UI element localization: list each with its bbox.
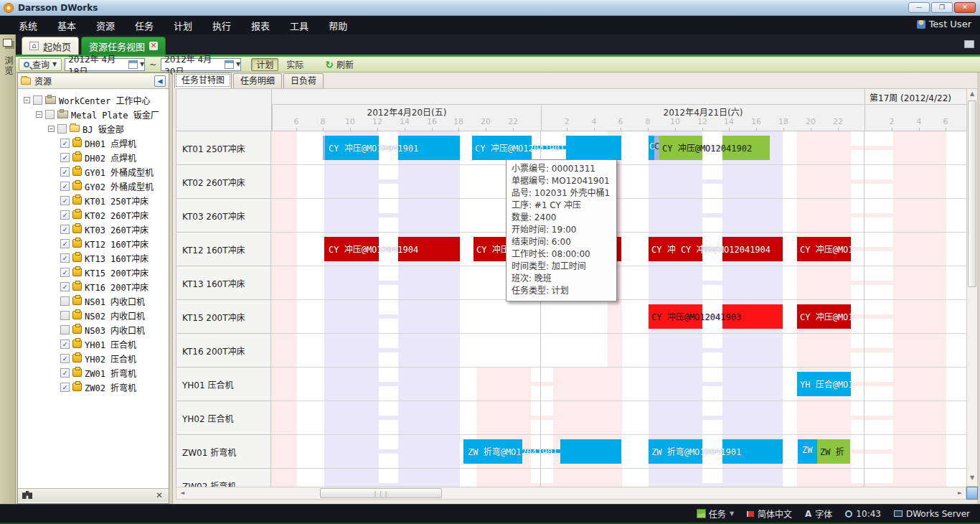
- tree-checkbox[interactable]: ✓: [60, 296, 70, 306]
- query-caret-icon[interactable]: ▼: [52, 61, 57, 67]
- tree-checkbox[interactable]: ✓: [60, 239, 70, 248]
- band-bridge: [379, 382, 398, 386]
- machine-icon: [72, 311, 82, 319]
- tree-node-17[interactable]: ✓NS03 内收口机: [18, 322, 169, 337]
- horizontal-scroll-thumb[interactable]: ❘❘❘: [320, 488, 442, 498]
- tree-checkbox[interactable]: ✓: [57, 124, 67, 134]
- hour-tick-mark: [377, 128, 378, 131]
- status-item-任务[interactable]: 任务▼: [697, 507, 734, 520]
- scroll-right-icon[interactable]: ►: [955, 489, 965, 497]
- menu-item-8[interactable]: 工具: [280, 16, 319, 35]
- hour-tick-label: 6: [937, 117, 954, 126]
- nonwork-band: [553, 368, 622, 401]
- menu-item-6[interactable]: 执行: [202, 16, 241, 35]
- window-list-icon[interactable]: [964, 40, 974, 48]
- find-icon[interactable]: [22, 491, 32, 499]
- tree-node-16[interactable]: ✓NS02 内收口机: [18, 308, 169, 322]
- tree-node-20[interactable]: ✓ZW01 折弯机: [18, 365, 169, 380]
- date-to-caret-icon[interactable]: ▼: [236, 61, 240, 67]
- tree-node-9[interactable]: ✓KT02 260T冲床: [18, 207, 169, 222]
- tree-node-11[interactable]: ✓KT12 160T冲床: [18, 236, 169, 251]
- menu-item-3[interactable]: 资源: [86, 16, 125, 35]
- tree-node-19[interactable]: ✓YH02 压合机: [18, 351, 169, 365]
- scroll-down-icon[interactable]: ▼: [967, 474, 977, 482]
- tree-checkbox[interactable]: ✓: [60, 368, 70, 378]
- tree-node-21[interactable]: ✓ZW02 折弯机: [18, 380, 169, 394]
- panels-icon[interactable]: [3, 39, 12, 47]
- gantt-tab-3[interactable]: 日负荷: [283, 73, 324, 88]
- plan-toggle-button[interactable]: 计划: [251, 58, 278, 71]
- tree-node-3[interactable]: −✓BJ 钣金部: [18, 121, 169, 136]
- refresh-button[interactable]: ↻ 刷新: [320, 58, 359, 71]
- collapse-panel-button[interactable]: ◀: [154, 75, 166, 87]
- tree-checkbox[interactable]: ✓: [60, 210, 70, 220]
- scroll-corner-button[interactable]: [966, 487, 978, 500]
- gantt-tab-1[interactable]: 任务甘特图: [174, 72, 232, 88]
- tree-node-1[interactable]: −✓WorkCenter 工作中心: [18, 93, 169, 107]
- vertical-scrollbar[interactable]: ▲ ▼: [966, 88, 978, 487]
- tree-node-2[interactable]: −✓Metal Plate 钣金厂: [18, 107, 169, 121]
- tree-checkbox[interactable]: ✓: [60, 311, 70, 320]
- tree-node-8[interactable]: ✓KT01 250T冲床: [18, 193, 169, 207]
- tree-checkbox[interactable]: ✓: [60, 282, 70, 291]
- tree-checkbox[interactable]: ✓: [60, 325, 70, 334]
- minimize-button[interactable]: —: [908, 2, 930, 13]
- vertical-scroll-thumb[interactable]: [968, 100, 976, 287]
- expander-icon[interactable]: −: [48, 126, 55, 132]
- tree-node-13[interactable]: ✓KT15 200T冲床: [18, 265, 169, 279]
- actual-toggle-button[interactable]: 实际: [281, 58, 308, 71]
- restore-button[interactable]: ❐: [931, 2, 953, 13]
- calendar-icon[interactable]: [225, 60, 234, 69]
- caret-down-icon[interactable]: ▼: [730, 510, 734, 517]
- task-bar[interactable]: [566, 136, 621, 160]
- status-item-DWorks Server: DWorks Server: [894, 509, 970, 519]
- menu-item-4[interactable]: 任务: [125, 16, 164, 35]
- tree-checkbox[interactable]: ✓: [45, 110, 55, 119]
- date-from-caret-icon[interactable]: ▼: [140, 61, 144, 67]
- menu-item-7[interactable]: 报表: [241, 16, 280, 35]
- menu-item-9[interactable]: 帮助: [319, 16, 357, 35]
- tree-node-15[interactable]: ✓NS01 内收口机: [18, 294, 169, 308]
- close-button[interactable]: ✕: [954, 2, 976, 13]
- tree-checkbox[interactable]: ✓: [60, 354, 70, 363]
- tree-checkbox[interactable]: ✓: [60, 268, 70, 277]
- tab-close-icon[interactable]: ✕: [149, 42, 158, 50]
- tree-node-6[interactable]: ✓GY01 外桶成型机: [18, 164, 169, 179]
- tree-checkbox[interactable]: ✓: [60, 225, 70, 234]
- clear-icon[interactable]: ✕: [156, 490, 163, 500]
- tree-checkbox[interactable]: ✓: [60, 196, 70, 205]
- scroll-up-icon[interactable]: ▲: [967, 90, 977, 98]
- gantt-tab-2[interactable]: 任务明细: [233, 73, 282, 88]
- calendar-icon[interactable]: [128, 60, 138, 69]
- expander-icon[interactable]: −: [36, 111, 42, 118]
- gantt-row-label-9: YH02 压合机: [176, 401, 271, 435]
- date-to-field[interactable]: 2012年 4月30日 ▼: [161, 58, 241, 71]
- tree-node-5[interactable]: ✓DH02 点焊机: [18, 150, 169, 164]
- tree-node-12[interactable]: ✓KT13 160T冲床: [18, 251, 169, 265]
- collapsed-panel-label[interactable]: 浏览: [2, 56, 14, 76]
- tree-checkbox[interactable]: ✓: [33, 95, 42, 105]
- tree-node-7[interactable]: ✓GY02 外桶成型机: [18, 179, 169, 193]
- tree-checkbox[interactable]: ✓: [60, 167, 70, 177]
- tree-node-10[interactable]: ✓KT03 260T冲床: [18, 222, 169, 236]
- tree-node-18[interactable]: ✓YH01 压合机: [18, 337, 169, 351]
- scroll-left-icon[interactable]: ◄: [177, 489, 187, 497]
- tree-checkbox[interactable]: ✓: [60, 340, 70, 349]
- tree-checkbox[interactable]: ✓: [60, 253, 70, 263]
- task-bar[interactable]: [560, 439, 621, 464]
- query-button[interactable]: 查询 ▼: [19, 58, 62, 71]
- tree-checkbox[interactable]: ✓: [60, 182, 70, 191]
- tree-checkbox[interactable]: ✓: [60, 153, 70, 162]
- menu-item-1[interactable]: 系统: [9, 16, 47, 35]
- tree-node-4[interactable]: ✓DH01 点焊机: [18, 136, 169, 150]
- expander-icon[interactable]: −: [24, 97, 30, 103]
- tree-checkbox[interactable]: ✓: [60, 139, 70, 148]
- horizontal-scrollbar[interactable]: ◄ ❘❘❘ ►: [176, 487, 966, 500]
- tree-checkbox[interactable]: ✓: [60, 383, 70, 392]
- menu-item-5[interactable]: 计划: [164, 16, 202, 35]
- nonwork-band: [553, 469, 622, 487]
- date-from-field[interactable]: 2012年 4月18日 ▼: [65, 58, 145, 71]
- menu-bar: 系统基本资源任务计划执行报表工具帮助: [0, 16, 980, 34]
- tree-node-14[interactable]: ✓KT16 200T冲床: [18, 279, 169, 294]
- menu-item-2[interactable]: 基本: [47, 16, 86, 35]
